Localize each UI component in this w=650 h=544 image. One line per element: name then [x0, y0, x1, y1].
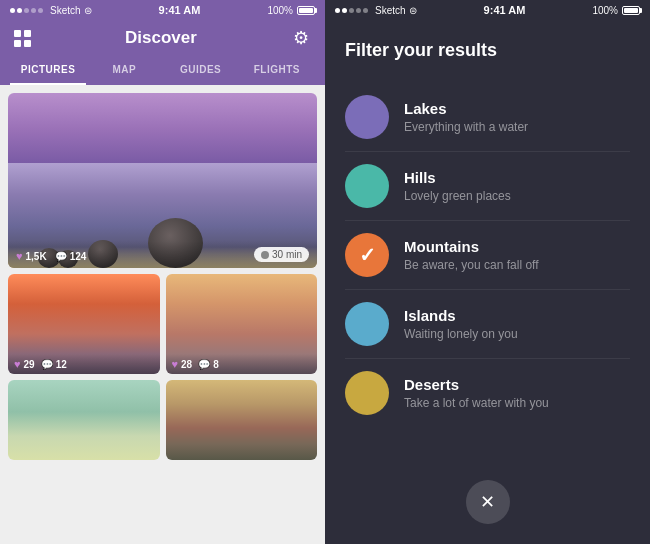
right-battery-tip — [640, 8, 642, 13]
thumb-chat-icon-2: 💬 — [198, 359, 210, 370]
grid-dot-3 — [14, 40, 21, 47]
left-battery-area: 100% — [267, 5, 315, 16]
filter-list: Lakes Everything with a water Hills Love… — [345, 83, 630, 427]
islands-name: Islands — [404, 307, 630, 325]
signal-area: Sketch ⊜ — [10, 5, 92, 16]
thumb-boulders-overlay: ♥ 28 💬 8 — [166, 354, 318, 374]
deserts-text: Deserts Take a lot of water with you — [404, 376, 630, 410]
islands-text: Islands Waiting lonely on you — [404, 307, 630, 341]
tab-pictures[interactable]: PICTURES — [10, 58, 86, 85]
right-battery-icon — [622, 6, 640, 15]
like-count: ♥ 1,5K — [16, 250, 47, 262]
right-wifi-icon: ⊜ — [409, 5, 417, 16]
thumb-boulders[interactable]: ♥ 28 💬 8 — [166, 274, 318, 374]
islands-desc: Waiting lonely on you — [404, 327, 630, 341]
time-dot — [261, 251, 269, 259]
grid-dot-4 — [24, 40, 31, 47]
left-status-bar: Sketch ⊜ 9:41 AM 100% — [0, 0, 325, 20]
grid-icon[interactable] — [14, 30, 31, 47]
grid-dot-1 — [14, 30, 21, 37]
dot2 — [17, 8, 22, 13]
mountains-circle: ✓ — [345, 233, 389, 277]
hills-text: Hills Lovely green places — [404, 169, 630, 203]
thumb-heart-icon-2: ♥ — [172, 358, 179, 370]
filter-item-hills[interactable]: Hills Lovely green places — [345, 152, 630, 221]
lakes-desc: Everything with a water — [404, 120, 630, 134]
deserts-name: Deserts — [404, 376, 630, 394]
mountains-desc: Be aware, you can fall off — [404, 258, 630, 272]
mountains-name: Mountains — [404, 238, 630, 256]
thumb-heart-icon-1: ♥ — [14, 358, 21, 370]
likes-number: 1,5K — [26, 251, 47, 262]
thumb-chat-icon-1: 💬 — [41, 359, 53, 370]
thumb-sunset-likes: ♥ 29 — [14, 358, 35, 370]
filter-item-islands[interactable]: Islands Waiting lonely on you — [345, 290, 630, 359]
right-battery-fill — [624, 8, 638, 13]
right-status-bar: Sketch ⊜ 9:41 AM 100% — [325, 0, 650, 20]
close-button[interactable]: ✕ — [466, 480, 510, 524]
r-dot3 — [349, 8, 354, 13]
image-overlay: ♥ 1,5K 💬 124 30 min — [8, 241, 317, 268]
left-time: 9:41 AM — [159, 4, 201, 16]
right-signal-dots — [335, 8, 368, 13]
right-panel: Sketch ⊜ 9:41 AM 100% Filter your result… — [325, 0, 650, 544]
battery-percent: 100% — [267, 5, 293, 16]
lakes-text: Lakes Everything with a water — [404, 100, 630, 134]
main-image[interactable]: ♥ 1,5K 💬 124 30 min — [8, 93, 317, 268]
r-dot4 — [356, 8, 361, 13]
thumb-sunset-overlay: ♥ 29 💬 12 — [8, 354, 160, 374]
tab-bar: PICTURES MAP GUIDES FLIGHTS — [0, 58, 325, 85]
dot4 — [31, 8, 36, 13]
thumb-dark-boulders[interactable] — [166, 380, 318, 460]
app-header: Discover ⚙ — [0, 20, 325, 58]
battery-icon — [297, 6, 315, 15]
thumb-beach[interactable] — [8, 380, 160, 460]
tab-flights[interactable]: FLIGHTS — [239, 58, 315, 85]
header-title: Discover — [125, 28, 197, 48]
tab-guides[interactable]: GUIDES — [163, 58, 239, 85]
battery-fill — [299, 8, 313, 13]
comments-number: 124 — [70, 251, 87, 262]
comment-count: 💬 124 — [55, 251, 87, 262]
filter-panel: Filter your results Lakes Everything wit… — [325, 20, 650, 465]
signal-dots — [10, 8, 43, 13]
thumb-row-1: ♥ 29 💬 12 ♥ 28 — [8, 274, 317, 374]
tab-map[interactable]: MAP — [86, 58, 162, 85]
left-app-name: Sketch — [50, 5, 81, 16]
thumb-boulders-comments: 💬 8 — [198, 359, 219, 370]
filter-item-mountains[interactable]: ✓ Mountains Be aware, you can fall off — [345, 221, 630, 290]
image-stats: ♥ 1,5K 💬 124 — [16, 250, 86, 262]
thumb-comments-1: 12 — [56, 359, 67, 370]
dot1 — [10, 8, 15, 13]
chat-icon: 💬 — [55, 251, 67, 262]
thumb-sunset-comments: 💬 12 — [41, 359, 67, 370]
hills-desc: Lovely green places — [404, 189, 630, 203]
r-dot5 — [363, 8, 368, 13]
time-badge: 30 min — [254, 247, 309, 262]
close-btn-container: ✕ — [325, 465, 650, 544]
dot3 — [24, 8, 29, 13]
mountains-text: Mountains Be aware, you can fall off — [404, 238, 630, 272]
grid-dot-2 — [24, 30, 31, 37]
right-app-name: Sketch — [375, 5, 406, 16]
filter-title: Filter your results — [345, 40, 630, 61]
r-dot1 — [335, 8, 340, 13]
thumb-comments-2: 8 — [213, 359, 219, 370]
thumb-boulders-likes: ♥ 28 — [172, 358, 193, 370]
filter-item-lakes[interactable]: Lakes Everything with a water — [345, 83, 630, 152]
checkmark-icon: ✓ — [359, 243, 376, 267]
thumb-likes-1: 29 — [24, 359, 35, 370]
left-panel: Sketch ⊜ 9:41 AM 100% Discover ⚙ PICTURE… — [0, 0, 325, 544]
lakes-circle — [345, 95, 389, 139]
filter-item-deserts[interactable]: Deserts Take a lot of water with you — [345, 359, 630, 427]
thumb-boulders-stats: ♥ 28 💬 8 — [172, 358, 312, 370]
hills-name: Hills — [404, 169, 630, 187]
bottom-thumbs — [8, 380, 317, 460]
gear-icon[interactable]: ⚙ — [291, 28, 311, 48]
thumb-sunset-stats: ♥ 29 💬 12 — [14, 358, 154, 370]
right-time: 9:41 AM — [484, 4, 526, 16]
thumb-likes-2: 28 — [181, 359, 192, 370]
islands-circle — [345, 302, 389, 346]
close-icon: ✕ — [480, 491, 495, 513]
thumb-sunset[interactable]: ♥ 29 💬 12 — [8, 274, 160, 374]
